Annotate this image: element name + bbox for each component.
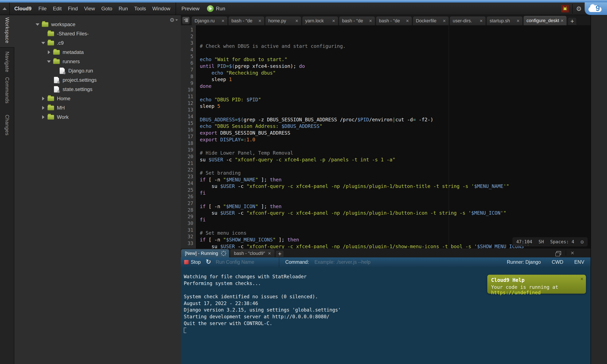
code-editor[interactable]: 1234567891011121314151617181920212223242…: [181, 25, 591, 248]
close-panel-icon[interactable]: ×: [571, 250, 574, 256]
menu-edit[interactable]: Edit: [50, 2, 65, 15]
bug-report-icon[interactable]: [561, 5, 569, 13]
sidebar-item-navigate[interactable]: Navigate: [4, 52, 10, 72]
line-number: 7: [181, 66, 193, 73]
tree-item-django-run[interactable]: Django.run: [14, 66, 181, 75]
maximize-panel-icon[interactable]: [556, 251, 561, 255]
menu-window[interactable]: Window: [149, 2, 173, 15]
cloud9-logo[interactable]: 9: [585, 2, 607, 15]
disclosure-collapsed-icon[interactable]: [47, 50, 51, 54]
tab-label: bash - "de: [379, 18, 404, 24]
editor-tab-bash-de[interactable]: bash - "de×: [376, 16, 412, 25]
editor-tab-bash-de[interactable]: bash - "de×: [228, 16, 264, 25]
tree-item-work[interactable]: Work: [14, 113, 181, 122]
tab-close-icon[interactable]: ×: [369, 18, 372, 24]
editor-tab-startup-sh[interactable]: startup.sh×: [487, 16, 523, 25]
disclosure-collapsed-icon[interactable]: [41, 106, 45, 110]
preview-button[interactable]: Preview: [176, 2, 205, 15]
sidebar-item-changes[interactable]: Changes: [4, 115, 10, 135]
tab-close-icon[interactable]: ×: [295, 18, 298, 24]
tree-item-runners[interactable]: runners: [14, 57, 181, 66]
cwd-button[interactable]: CWD: [552, 259, 563, 265]
sidebar-item-commands[interactable]: Commands: [4, 77, 10, 104]
tree-item-project-settings[interactable]: project.settings: [14, 75, 181, 85]
window-top-accent: [0, 0, 607, 2]
command-input[interactable]: Example: ./server.js --help: [315, 259, 507, 265]
sidebar-item-workspace[interactable]: Workspace: [4, 17, 10, 43]
syntax-mode[interactable]: SH: [539, 239, 544, 244]
menu-find[interactable]: Find: [65, 2, 81, 15]
editor-tab-configure-deskt[interactable]: configure_deskt×: [523, 16, 567, 25]
run-button-label: Run: [216, 6, 225, 12]
cursor-position[interactable]: 47:104: [516, 239, 532, 244]
editor-tab-Django-ru[interactable]: Django.ru×: [191, 16, 228, 25]
activity-bar: WorkspaceNavigateCommandsChanges: [0, 15, 14, 364]
tab-close-icon[interactable]: ×: [258, 18, 261, 24]
tree-settings-button[interactable]: ⚙: [170, 17, 178, 23]
tree-item-metadata[interactable]: metadata: [14, 48, 181, 57]
tab-close-icon[interactable]: ×: [332, 18, 335, 24]
editor-tab-bash-de[interactable]: bash - "de×: [339, 16, 375, 25]
tab-list-button[interactable]: [182, 17, 190, 24]
tree-item-workspace[interactable]: workspace: [14, 20, 181, 29]
tree-item-home[interactable]: Home: [14, 94, 181, 103]
line-number: 20: [181, 153, 193, 160]
line-number: 3: [181, 40, 193, 47]
console-tab--New-Running[interactable]: [New] - Running: [181, 249, 229, 257]
app-brand[interactable]: Cloud9: [10, 2, 35, 15]
disclosure-collapsed-icon[interactable]: [41, 97, 45, 101]
tab-close-icon[interactable]: ×: [443, 18, 446, 24]
editor-tab-yarn-lock[interactable]: yarn.lock×: [302, 16, 338, 25]
collapse-menubar-button[interactable]: [0, 2, 10, 15]
console-tab-bash-cloud9-[interactable]: bash - "cloud9"×: [230, 249, 275, 257]
disclosure-expanded-icon[interactable]: [47, 60, 51, 63]
editor-tab-Dockerfile[interactable]: Dockerfile×: [413, 16, 449, 25]
settings-gear-icon[interactable]: ⚙: [572, 4, 582, 14]
tree-item-mh[interactable]: MH: [14, 103, 181, 113]
tab-close-icon[interactable]: ×: [268, 250, 271, 256]
run-config-name-input[interactable]: Run Config Name: [216, 259, 279, 265]
run-button[interactable]: Run: [205, 2, 227, 15]
new-console-tab-button[interactable]: +: [276, 250, 284, 257]
new-tab-button[interactable]: +: [568, 17, 577, 25]
code-line: fi: [200, 217, 591, 223]
terminal-output[interactable]: Watching for file changes with StatReloa…: [181, 267, 591, 364]
console-window-controls: ×: [556, 248, 574, 257]
tab-close-icon[interactable]: ×: [480, 18, 483, 24]
help-notification: × Cloud9 Help Your code is running at ht…: [487, 275, 586, 294]
tree-item-state-settings[interactable]: state.settings: [14, 85, 181, 94]
indent-setting[interactable]: Spaces: 4: [550, 239, 574, 244]
notification-close-icon[interactable]: ×: [581, 276, 583, 282]
main-row: WorkspaceNavigateCommandsChanges ⚙ works…: [0, 15, 607, 364]
terminal-line: Quit the server with CONTROL-C.: [184, 320, 591, 327]
stop-button-label: Stop: [191, 259, 201, 265]
notification-link[interactable]: https://undefined: [491, 290, 541, 295]
tab-close-icon[interactable]: ×: [561, 18, 564, 24]
code-line: [200, 50, 591, 56]
tree-item--c9[interactable]: .c9: [14, 38, 181, 48]
disclosure-expanded-icon[interactable]: [35, 23, 40, 26]
tab-close-icon[interactable]: ×: [406, 18, 409, 24]
tab-close-icon[interactable]: ×: [516, 18, 520, 24]
tree-item-label: .c9: [57, 40, 64, 46]
menubar: Cloud9 FileEditFindViewGotoRunToolsWindo…: [0, 2, 607, 15]
menu-goto[interactable]: Goto: [98, 2, 116, 15]
code-content[interactable]: # Check when DBUS is active and start co…: [197, 25, 591, 248]
tree-item--shared-files-[interactable]: -Shared Files-: [14, 29, 181, 38]
restart-icon[interactable]: ↻: [204, 258, 216, 266]
disclosure-expanded-icon[interactable]: [41, 42, 45, 44]
menu-view[interactable]: View: [81, 2, 98, 15]
editor-tab-user-dirs-[interactable]: user-dirs.×: [449, 16, 486, 25]
menu-tools[interactable]: Tools: [131, 2, 149, 15]
env-button[interactable]: ENV: [574, 259, 584, 265]
stop-button[interactable]: Stop: [181, 259, 204, 265]
runner-selector[interactable]: Runner: Django: [507, 259, 541, 265]
menu-run[interactable]: Run: [116, 2, 131, 15]
editor-tab-home-py[interactable]: home.py×: [265, 16, 301, 25]
tab-close-icon[interactable]: ×: [222, 18, 224, 24]
code-line: fi: [200, 190, 591, 196]
menu-file[interactable]: File: [35, 2, 50, 15]
code-line: # Check when DBUS is active and start co…: [200, 43, 591, 50]
statusbar-gear-icon[interactable]: ⚙: [581, 239, 584, 245]
disclosure-collapsed-icon[interactable]: [41, 115, 45, 119]
